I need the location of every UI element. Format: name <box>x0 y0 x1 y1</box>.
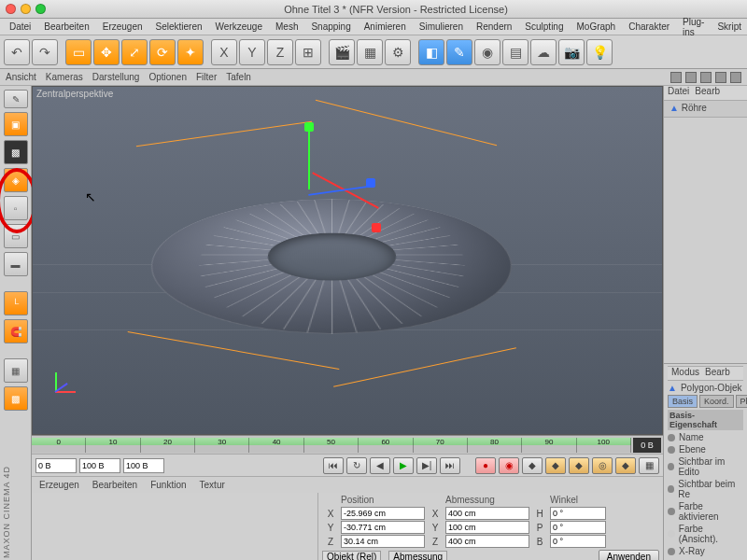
camera-button[interactable]: 📷 <box>558 39 585 65</box>
redo-button[interactable]: ↷ <box>32 39 58 65</box>
om-object-row[interactable]: ▲ Röhre <box>664 101 747 118</box>
key-pla-button[interactable]: ▦ <box>639 457 659 474</box>
coord-system-toggle[interactable]: ⊞ <box>295 39 321 65</box>
menu-mesh[interactable]: Mesh <box>270 20 303 34</box>
viewport-pan-icon[interactable] <box>685 72 697 83</box>
spline-pen-button[interactable]: ✎ <box>446 39 472 65</box>
coord-apply-button[interactable]: Anwenden <box>599 550 659 560</box>
coord-dim-mode[interactable]: Abmessung <box>388 551 447 561</box>
recent-tool[interactable]: ✦ <box>177 39 204 65</box>
light-button[interactable]: 💡 <box>586 39 613 65</box>
locked-workplane-button[interactable]: ▩ <box>4 386 28 411</box>
viewport-rotate-icon[interactable] <box>715 72 726 83</box>
menu-charakter[interactable]: Charakter <box>623 20 675 34</box>
render-region-button[interactable]: ▦ <box>357 39 383 65</box>
frame-end-field[interactable]: 100 B <box>79 458 120 473</box>
frame-current-field[interactable]: 100 B <box>123 458 164 473</box>
key-scale-button[interactable]: ◆ <box>569 457 589 474</box>
coord-object-mode[interactable]: Objekt (Rel) <box>322 551 381 561</box>
keyframe-sel-button[interactable]: ◆ <box>522 457 543 474</box>
primitive-cube-button[interactable]: ◧ <box>418 39 444 65</box>
polygon-mode-button[interactable]: ▬ <box>4 252 28 276</box>
scale-tool[interactable]: ⤢ <box>121 39 148 65</box>
btab-funktion[interactable]: Funktion <box>150 480 186 490</box>
workplane-button[interactable]: ▦ <box>4 358 28 383</box>
key-rot-button[interactable]: ◎ <box>592 457 613 474</box>
om-menu-bearb[interactable]: Bearb <box>695 86 720 100</box>
coord-dim-field[interactable]: 400 cm <box>445 535 529 548</box>
generator-button[interactable]: ◉ <box>474 39 500 65</box>
coord-pos-field[interactable]: -30.771 cm <box>341 521 425 534</box>
close-icon[interactable] <box>6 4 16 14</box>
coord-dim-field[interactable]: 400 cm <box>445 507 529 520</box>
coord-ang-field[interactable]: 0 ° <box>550 507 606 520</box>
coord-ang-field[interactable]: 0 ° <box>550 521 606 534</box>
btab-bearbeiten[interactable]: Bearbeiten <box>92 480 137 490</box>
model-mode-button[interactable]: ▣ <box>4 112 28 136</box>
select-tool[interactable]: ▭ <box>65 39 92 65</box>
object-axis-button[interactable]: ◈ <box>4 168 28 192</box>
attr-tab-basis[interactable]: Basis <box>668 395 698 408</box>
gizmo-y-handle[interactable] <box>304 122 314 132</box>
menu-plugins[interactable]: Plug-ins <box>677 15 710 39</box>
coord-dim-field[interactable]: 100 cm <box>445 521 529 534</box>
goto-start-button[interactable]: ⏮ <box>323 457 344 474</box>
prev-frame-button[interactable]: ◀ <box>370 457 390 474</box>
tube-object[interactable] <box>154 124 509 385</box>
environment-button[interactable]: ☁ <box>530 39 557 65</box>
gizmo-x-handle[interactable] <box>372 223 381 232</box>
minimize-icon[interactable] <box>21 4 31 14</box>
vmenu-kameras[interactable]: Kameras <box>46 72 83 82</box>
next-frame-button[interactable]: ▶| <box>416 457 437 474</box>
menu-bearbeiten[interactable]: Bearbeiten <box>38 20 94 34</box>
timeline-ruler[interactable]: 0102030405060708090100 0 B <box>32 435 663 454</box>
point-mode-button[interactable]: ▫ <box>4 196 28 220</box>
coord-pos-field[interactable]: 30.14 cm <box>341 535 425 548</box>
goto-end-button[interactable]: ⏭ <box>440 457 460 474</box>
coord-pos-field[interactable]: -25.969 cm <box>341 507 425 520</box>
menu-sculpting[interactable]: Sculpting <box>519 20 569 34</box>
menu-werkzeuge[interactable]: Werkzeuge <box>210 20 268 34</box>
vmenu-optionen[interactable]: Optionen <box>148 72 187 82</box>
texture-mode-button[interactable]: ▩ <box>4 140 28 164</box>
frame-start-field[interactable]: 0 B <box>35 458 77 473</box>
record-button[interactable]: ● <box>475 457 496 474</box>
render-settings-button[interactable]: ⚙ <box>385 39 411 65</box>
viewport-3d[interactable]: Zentralperspektive ↖ <box>32 86 663 435</box>
axis-z-toggle[interactable]: Z <box>267 39 293 65</box>
deformer-button[interactable]: ▤ <box>502 39 529 65</box>
gizmo-z-handle[interactable] <box>366 178 375 188</box>
menu-selektieren[interactable]: Selektieren <box>150 20 208 34</box>
viewport-toggle-icon[interactable] <box>730 72 741 83</box>
autokey-button[interactable]: ◉ <box>499 457 519 474</box>
menu-datei[interactable]: Datei <box>4 20 36 34</box>
vmenu-darstellung[interactable]: Darstellung <box>92 72 140 82</box>
move-tool[interactable]: ✥ <box>93 39 120 65</box>
key-pos-button[interactable]: ◆ <box>545 457 566 474</box>
vmenu-tafeln[interactable]: Tafeln <box>226 72 251 82</box>
menu-erzeugen[interactable]: Erzeugen <box>97 20 148 34</box>
menu-simulieren[interactable]: Simulieren <box>414 20 469 34</box>
play-button[interactable]: ▶ <box>393 457 414 474</box>
menu-skript[interactable]: Skript <box>712 20 747 34</box>
edge-mode-button[interactable]: ▭ <box>4 224 28 248</box>
attr-menu-bearb[interactable]: Bearb <box>705 367 730 380</box>
undo-button[interactable]: ↶ <box>4 39 30 65</box>
axis-x-toggle[interactable]: X <box>211 39 237 65</box>
attr-menu-modus[interactable]: Modus <box>671 367 699 380</box>
viewport-nav-icon[interactable] <box>670 72 682 83</box>
menu-rendern[interactable]: Rendern <box>471 20 517 34</box>
btab-erzeugen[interactable]: Erzeugen <box>39 480 79 490</box>
coord-ang-field[interactable]: 0 ° <box>550 535 606 548</box>
viewport-zoom-icon[interactable] <box>700 72 712 83</box>
render-view-button[interactable]: 🎬 <box>329 39 355 65</box>
key-param-button[interactable]: ◆ <box>615 457 636 474</box>
maximize-icon[interactable] <box>35 4 46 14</box>
make-editable-button[interactable]: ✎ <box>4 90 28 108</box>
timeline-end-field[interactable]: 0 B <box>633 438 661 453</box>
menu-mograph[interactable]: MoGraph <box>571 20 621 34</box>
loop-button[interactable]: ↻ <box>346 457 367 474</box>
menu-animieren[interactable]: Animieren <box>359 20 412 34</box>
vmenu-ansicht[interactable]: Ansicht <box>6 72 36 82</box>
om-menu-datei[interactable]: Datei <box>668 86 689 100</box>
